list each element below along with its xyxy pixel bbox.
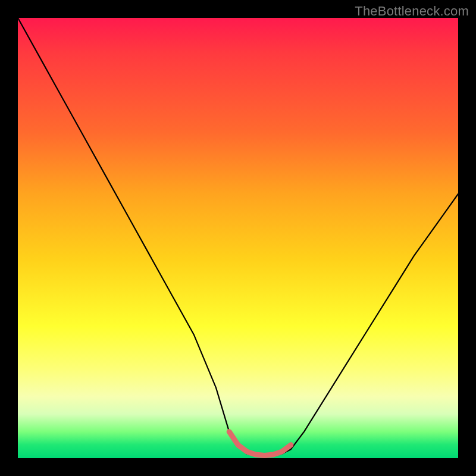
plot-area	[18, 18, 458, 458]
bottleneck-curve-path	[18, 18, 458, 456]
chart-frame: TheBottleneck.com	[0, 0, 476, 476]
curve-svg	[18, 18, 458, 458]
trough-highlight-path	[229, 432, 291, 456]
watermark-text: TheBottleneck.com	[355, 4, 469, 19]
